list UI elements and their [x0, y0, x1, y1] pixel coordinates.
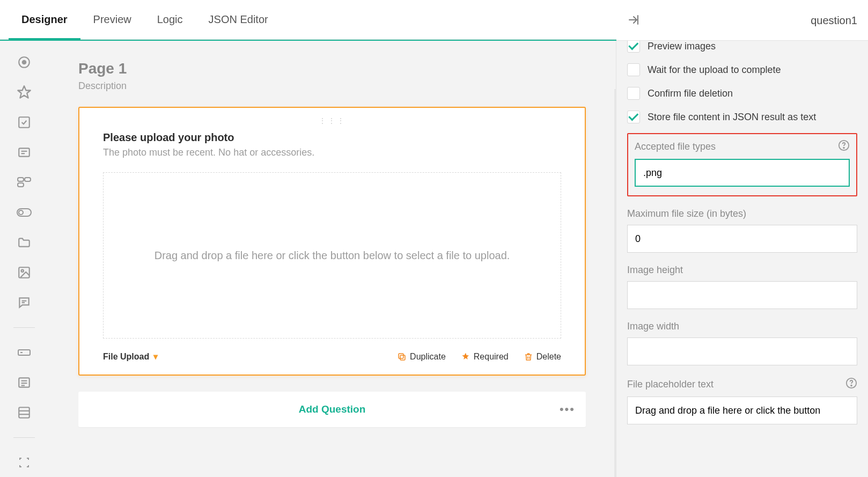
svg-rect-12: [25, 178, 31, 181]
tool-multipletext[interactable]: [16, 374, 33, 391]
help-icon[interactable]: [838, 140, 850, 153]
comment-icon: [17, 296, 31, 310]
duplicate-icon: [397, 352, 407, 362]
properties-panel: question1 Preview images Wait for the up…: [616, 41, 868, 477]
checkbox-preview-images[interactable]: Preview images: [627, 41, 857, 58]
caret-down-icon: ▾: [153, 351, 158, 362]
svg-rect-26: [19, 407, 30, 418]
tagbox-icon: [17, 177, 32, 188]
tab-preview[interactable]: Preview: [80, 0, 144, 39]
svg-rect-30: [399, 354, 403, 358]
svg-rect-8: [19, 148, 30, 156]
checkbox-input[interactable]: [627, 63, 640, 76]
help-icon[interactable]: [845, 377, 857, 391]
checkbox-icon: [17, 115, 31, 129]
tool-expand[interactable]: [16, 454, 33, 471]
panel-icon: [17, 406, 31, 420]
checkbox-input[interactable]: [627, 111, 640, 123]
svg-point-5: [23, 61, 26, 64]
question-footer: File Upload ▾ Duplicate Required Delete: [103, 351, 561, 362]
collapse-right-icon: [627, 13, 640, 26]
svg-rect-11: [18, 178, 24, 181]
tool-comment[interactable]: [16, 294, 33, 311]
tool-file[interactable]: [16, 234, 33, 251]
required-button[interactable]: Required: [461, 352, 509, 362]
tab-designer[interactable]: Designer: [9, 0, 80, 39]
file-dropzone[interactable]: Drag and drop a file here or click the b…: [103, 172, 561, 339]
checkbox-wait-upload[interactable]: Wait for the upload to complete: [627, 58, 857, 82]
accepted-file-types-input[interactable]: [635, 159, 850, 187]
tool-tagbox[interactable]: [16, 174, 33, 191]
tool-image[interactable]: [16, 264, 33, 281]
page-title[interactable]: Page 1: [78, 60, 586, 77]
placeholder-text-input[interactable]: [627, 397, 857, 424]
required-label: Required: [474, 352, 509, 362]
drag-handle-icon[interactable]: ⋮⋮⋮: [319, 116, 346, 125]
checkbox-input[interactable]: [627, 41, 640, 53]
scrollbar[interactable]: [614, 89, 616, 477]
checkbox-label: Confirm file deletion: [648, 88, 733, 99]
svg-rect-16: [19, 267, 30, 278]
question-description[interactable]: The photo must be recent. No hat or acce…: [103, 147, 561, 158]
checkbox-input[interactable]: [627, 87, 640, 100]
checkbox-label: Store file content in JSON result as tex…: [648, 112, 816, 123]
checkbox-store-json[interactable]: Store file content in JSON result as tex…: [627, 105, 857, 129]
image-height-input[interactable]: [627, 281, 857, 309]
checkbox-label: Wait for the upload to complete: [648, 64, 781, 76]
required-icon: [461, 352, 470, 362]
field-label-accepted-types: Accepted file types: [635, 141, 716, 152]
add-question-more-button[interactable]: •••: [560, 402, 575, 416]
rail-separator: [13, 327, 35, 328]
radiogroup-icon: [17, 55, 31, 69]
boolean-icon: [16, 208, 32, 217]
topbar-tabs: Designer Preview Logic JSON Editor: [0, 0, 281, 39]
main-area: Page 1 Description ⋮⋮⋮ Please upload you…: [0, 40, 868, 477]
svg-point-37: [851, 385, 852, 386]
checkbox-confirm-delete[interactable]: Confirm file deletion: [627, 82, 857, 105]
selected-element-name: question1: [640, 14, 857, 27]
tool-boolean[interactable]: [16, 204, 33, 221]
svg-point-35: [843, 148, 844, 149]
properties-header: question1: [616, 1, 868, 41]
tool-radiogroup[interactable]: [16, 54, 33, 71]
question-card[interactable]: ⋮⋮⋮ Please upload your photo The photo m…: [78, 107, 586, 376]
dropdown-icon: [17, 145, 31, 159]
tool-panel[interactable]: [16, 404, 33, 421]
duplicate-label: Duplicate: [410, 352, 446, 362]
delete-label: Delete: [536, 352, 561, 362]
singleinput-icon: [17, 348, 31, 357]
svg-marker-6: [18, 86, 30, 98]
question-title[interactable]: Please upload your photo: [103, 131, 561, 144]
image-width-input[interactable]: [627, 337, 857, 365]
accepted-file-types-highlight: Accepted file types: [627, 133, 857, 196]
checkbox-label: Preview images: [648, 41, 716, 52]
add-question-button[interactable]: Add Question: [299, 403, 366, 415]
delete-button[interactable]: Delete: [524, 352, 561, 362]
field-label-max-size: Maximum file size (in bytes): [627, 208, 746, 219]
svg-point-17: [21, 270, 24, 272]
page-description[interactable]: Description: [78, 80, 586, 92]
tab-logic[interactable]: Logic: [144, 0, 196, 39]
collapse-panel-button[interactable]: [627, 13, 640, 28]
trash-icon: [524, 352, 533, 362]
max-file-size-input[interactable]: [627, 225, 857, 253]
field-label-placeholder-text: File placeholder text: [627, 379, 713, 390]
svg-point-15: [19, 210, 23, 215]
svg-rect-29: [400, 355, 405, 360]
tool-checkbox[interactable]: [16, 114, 33, 131]
tab-json-editor[interactable]: JSON Editor: [196, 0, 281, 39]
image-icon: [17, 266, 31, 280]
expand-icon: [18, 456, 31, 469]
duplicate-button[interactable]: Duplicate: [397, 352, 446, 362]
tool-dropdown[interactable]: [16, 144, 33, 161]
add-question-bar: Add Question •••: [78, 392, 586, 427]
folder-icon: [17, 236, 31, 249]
dropzone-text: Drag and drop a file here or click the b…: [155, 247, 510, 263]
svg-rect-13: [18, 183, 24, 187]
tool-singleinput[interactable]: [16, 344, 33, 361]
field-label-image-height: Image height: [627, 265, 683, 276]
designer-canvas[interactable]: Page 1 Description ⋮⋮⋮ Please upload you…: [48, 41, 616, 477]
question-type-selector[interactable]: File Upload ▾: [103, 351, 158, 362]
tool-rating[interactable]: [16, 84, 33, 101]
field-label-image-width: Image width: [627, 321, 679, 332]
